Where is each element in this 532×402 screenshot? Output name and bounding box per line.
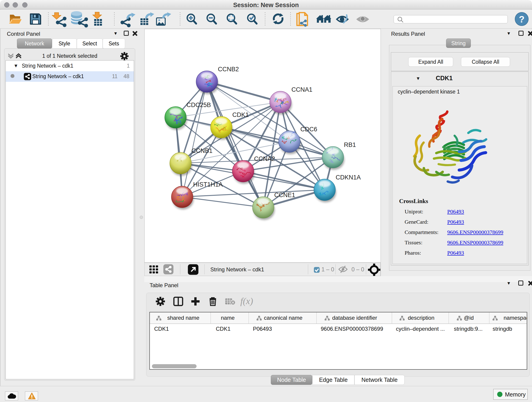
svg-text:RB1: RB1 bbox=[344, 141, 356, 148]
svg-text:CDC6: CDC6 bbox=[300, 126, 317, 133]
svg-text:CCNB1: CCNB1 bbox=[191, 147, 213, 154]
svg-text:CCNB2: CCNB2 bbox=[218, 66, 239, 73]
svg-text:CDK1: CDK1 bbox=[232, 111, 249, 118]
svg-text:CCNE1: CCNE1 bbox=[274, 191, 295, 198]
svg-text:CDKN1A: CDKN1A bbox=[336, 174, 361, 181]
svg-text:CCNA1: CCNA1 bbox=[291, 86, 312, 93]
svg-text:HIST1H1A: HIST1H1A bbox=[193, 181, 223, 188]
svg-text:CDC25B: CDC25B bbox=[186, 102, 211, 108]
svg-text:CCNA2: CCNA2 bbox=[254, 155, 275, 162]
